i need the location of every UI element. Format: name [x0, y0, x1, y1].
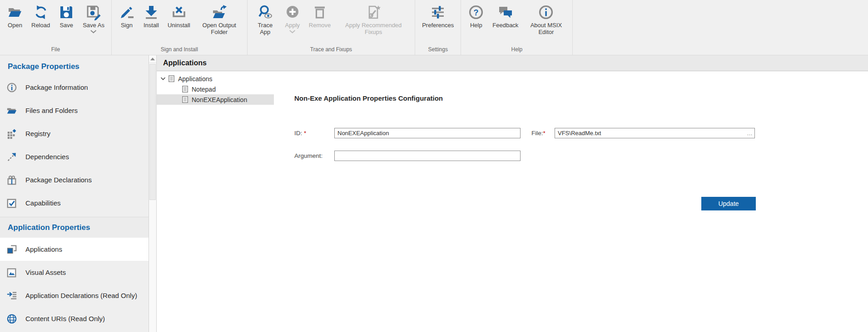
- feedback-icon: [497, 4, 514, 20]
- ribbon-group-trace-and-fixups: Trace App Apply: [248, 0, 415, 55]
- document-icon: [182, 86, 188, 93]
- scrollbar-thumb[interactable]: [149, 64, 156, 200]
- install-button[interactable]: Install: [139, 3, 164, 29]
- preferences-sliders-icon: [430, 4, 446, 20]
- sidebar-item-label: Files and Folders: [25, 107, 78, 114]
- save-as-icon: [85, 4, 102, 20]
- page-title: Applications: [157, 55, 868, 71]
- chevron-down-icon[interactable]: [160, 77, 166, 81]
- form-heading: Non-Exe Application Properties Configura…: [294, 94, 868, 102]
- sidebar-item-label: Capabilities: [25, 199, 61, 207]
- sidebar-item-content-uris[interactable]: Content URIs (Read Only): [0, 307, 149, 330]
- file-field[interactable]: [555, 128, 755, 138]
- sidebar-item-label: Visual Assets: [25, 269, 66, 276]
- uninstall-button[interactable]: Uninstall: [164, 3, 194, 29]
- chevron-down-icon[interactable]: [289, 29, 296, 34]
- required-asterisk: *: [543, 130, 546, 137]
- ribbon-spacer: [573, 0, 868, 55]
- save-as-button[interactable]: Save As: [79, 3, 109, 34]
- sidebar-heading-application-properties: Application Properties: [0, 217, 149, 238]
- svg-text:?: ?: [474, 8, 479, 17]
- dependencies-arrow-icon: [6, 151, 17, 162]
- sidebar-item-package-information[interactable]: Package Information: [0, 76, 149, 99]
- apply-recommended-fixups-button[interactable]: Apply Recommended Fixups: [335, 3, 412, 36]
- sign-button[interactable]: Sign: [114, 3, 139, 29]
- update-button[interactable]: Update: [701, 197, 756, 210]
- id-field[interactable]: [334, 128, 521, 138]
- apply-button[interactable]: Apply: [280, 3, 305, 34]
- ribbon-group-label: File: [3, 46, 109, 55]
- ribbon-group-file: Open Reload: [0, 0, 112, 55]
- remove-button[interactable]: Remove: [305, 3, 335, 29]
- applications-windows-icon: [6, 244, 17, 255]
- about-msix-editor-button[interactable]: About MSIX Editor: [522, 3, 570, 36]
- sidebar-item-files-and-folders[interactable]: Files and Folders: [0, 99, 149, 122]
- feedback-button[interactable]: Feedback: [488, 3, 522, 29]
- info-circle-icon: [6, 82, 17, 93]
- uninstall-icon: [171, 4, 187, 20]
- sidebar-item-label: Applications: [25, 245, 62, 253]
- button-label: About MSIX Editor: [526, 22, 565, 35]
- sidebar-item-application-declarations[interactable]: Application Declarations (Read Only): [0, 284, 149, 307]
- open-output-folder-button[interactable]: Open Output Folder: [194, 3, 244, 36]
- button-label: Feedback: [492, 22, 518, 29]
- button-label: Preferences: [422, 22, 454, 29]
- button-label: Apply Recommended Fixups: [339, 22, 408, 35]
- sidebar-item-registry[interactable]: Registry: [0, 122, 149, 145]
- argument-field-label: Argument:: [294, 152, 334, 159]
- ribbon-group-help: ? Help Feedback: [461, 0, 573, 55]
- remove-trash-icon: [312, 4, 328, 20]
- sidebar-item-label: Package Information: [25, 83, 88, 91]
- globe-icon: [6, 313, 17, 324]
- sidebar-item-dependencies[interactable]: Dependencies: [0, 145, 149, 168]
- ribbon-group-label: Settings: [418, 46, 458, 55]
- file-field-label: File:*: [531, 130, 555, 137]
- save-button[interactable]: Save: [54, 3, 79, 29]
- required-asterisk: *: [304, 130, 306, 137]
- gift-box-icon: [6, 175, 17, 186]
- open-output-folder-icon: [211, 4, 228, 20]
- sidebar-item-applications[interactable]: Applications: [0, 238, 149, 261]
- tree-node-applications[interactable]: Applications: [157, 73, 274, 84]
- scrollbar-up-button[interactable]: [149, 55, 156, 63]
- ribbon-group-settings: Preferences Settings: [415, 0, 461, 55]
- sidebar-item-package-declarations[interactable]: Package Declarations: [0, 168, 149, 191]
- ribbon-group-label: Sign and Install: [114, 46, 244, 55]
- ribbon-group-label: Trace and Fixups: [250, 46, 412, 55]
- main-panel: Applications Applications: [157, 55, 868, 332]
- ribbon-toolbar: Open Reload: [0, 0, 868, 55]
- help-button[interactable]: ? Help: [464, 3, 488, 29]
- reload-button[interactable]: Reload: [27, 3, 54, 29]
- sidebar-item-visual-assets[interactable]: Visual Assets: [0, 261, 149, 284]
- ribbon-group-sign-and-install: Sign Install Uninstall: [112, 0, 248, 55]
- preferences-button[interactable]: Preferences: [418, 3, 458, 29]
- button-label: Save: [60, 22, 73, 29]
- argument-field[interactable]: [334, 151, 521, 161]
- folder-icon: [6, 105, 17, 116]
- sidebar-item-label: Content URIs (Read Only): [25, 315, 105, 322]
- sidebar-item-label: Application Declarations (Read Only): [25, 292, 137, 299]
- sidebar-scrollbar[interactable]: [149, 55, 157, 332]
- trace-app-button[interactable]: Trace App: [250, 3, 280, 36]
- button-label: Save As: [83, 22, 104, 29]
- about-info-icon: [538, 4, 554, 20]
- applications-tree: Applications Notepad: [157, 71, 274, 332]
- browse-button[interactable]: ...: [745, 128, 754, 138]
- button-label: Trace App: [254, 22, 276, 35]
- apply-recommended-fixups-icon: [365, 4, 382, 20]
- open-folder-icon: [7, 4, 23, 20]
- sidebar-item-capabilities[interactable]: Capabilities: [0, 191, 149, 215]
- open-button[interactable]: Open: [3, 3, 27, 29]
- chevron-down-icon[interactable]: [90, 29, 97, 34]
- ribbon-group-label: Help: [464, 46, 570, 55]
- button-label: Uninstall: [168, 22, 190, 29]
- msix-editor-window: Open Reload: [0, 0, 868, 332]
- checkbox-check-icon: [6, 198, 17, 209]
- button-label: Help: [470, 22, 482, 29]
- navigation-sidebar: Package Properties Package Information F…: [0, 55, 149, 332]
- tree-node-notepad[interactable]: Notepad: [157, 84, 274, 94]
- tree-node-nonexeapplication[interactable]: NonEXEApplication: [157, 94, 274, 105]
- application-properties-form: Non-Exe Application Properties Configura…: [274, 71, 868, 332]
- declarations-list-icon: [6, 290, 17, 301]
- sidebar-heading-package-properties: Package Properties: [0, 55, 149, 76]
